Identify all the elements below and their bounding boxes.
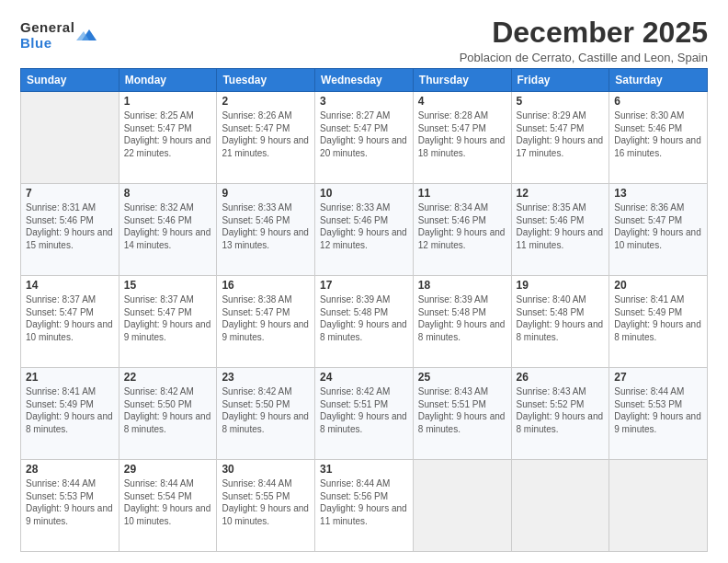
day-number: 15 <box>124 279 212 292</box>
calendar-cell: 31Sunrise: 8:44 AMSunset: 5:56 PMDayligh… <box>315 460 414 552</box>
day-number: 22 <box>124 371 212 384</box>
day-info: Sunrise: 8:41 AMSunset: 5:49 PMDaylight:… <box>26 385 114 435</box>
calendar-cell: 20Sunrise: 8:41 AMSunset: 5:49 PMDayligh… <box>609 276 708 368</box>
day-info: Sunrise: 8:39 AMSunset: 5:48 PMDaylight:… <box>418 293 506 343</box>
day-number: 14 <box>26 279 114 292</box>
logo-icon <box>76 24 97 44</box>
day-number: 23 <box>222 371 310 384</box>
logo-blue: Blue <box>20 36 74 52</box>
calendar-cell: 18Sunrise: 8:39 AMSunset: 5:48 PMDayligh… <box>413 276 511 368</box>
col-sunday: Sunday <box>21 69 119 92</box>
day-number: 13 <box>614 187 702 200</box>
calendar-week-1: 1Sunrise: 8:25 AMSunset: 5:47 PMDaylight… <box>21 92 708 184</box>
calendar-cell: 4Sunrise: 8:28 AMSunset: 5:47 PMDaylight… <box>413 92 511 184</box>
calendar-cell: 23Sunrise: 8:42 AMSunset: 5:50 PMDayligh… <box>217 368 315 460</box>
day-number: 1 <box>124 95 212 108</box>
calendar-cell: 30Sunrise: 8:44 AMSunset: 5:55 PMDayligh… <box>217 460 315 552</box>
calendar-cell: 29Sunrise: 8:44 AMSunset: 5:54 PMDayligh… <box>119 460 217 552</box>
calendar-header-row: Sunday Monday Tuesday Wednesday Thursday… <box>21 69 708 92</box>
calendar-cell: 17Sunrise: 8:39 AMSunset: 5:48 PMDayligh… <box>315 276 414 368</box>
calendar-cell: 24Sunrise: 8:42 AMSunset: 5:51 PMDayligh… <box>315 368 414 460</box>
day-number: 20 <box>614 279 702 292</box>
day-info: Sunrise: 8:41 AMSunset: 5:49 PMDaylight:… <box>614 293 702 343</box>
day-info: Sunrise: 8:26 AMSunset: 5:47 PMDaylight:… <box>222 109 310 159</box>
day-number: 31 <box>320 463 408 476</box>
calendar-cell <box>609 460 708 552</box>
calendar-cell: 13Sunrise: 8:36 AMSunset: 5:47 PMDayligh… <box>609 184 708 276</box>
calendar-cell: 16Sunrise: 8:38 AMSunset: 5:47 PMDayligh… <box>217 276 315 368</box>
day-number: 26 <box>517 371 605 384</box>
day-info: Sunrise: 8:33 AMSunset: 5:46 PMDaylight:… <box>222 201 310 251</box>
calendar-cell: 2Sunrise: 8:26 AMSunset: 5:47 PMDaylight… <box>217 92 315 184</box>
calendar-cell: 3Sunrise: 8:27 AMSunset: 5:47 PMDaylight… <box>315 92 414 184</box>
day-number: 27 <box>614 371 702 384</box>
col-thursday: Thursday <box>413 69 511 92</box>
calendar-week-3: 14Sunrise: 8:37 AMSunset: 5:47 PMDayligh… <box>21 276 708 368</box>
calendar-cell: 7Sunrise: 8:31 AMSunset: 5:46 PMDaylight… <box>21 184 119 276</box>
day-info: Sunrise: 8:30 AMSunset: 5:46 PMDaylight:… <box>614 109 702 159</box>
calendar-cell: 9Sunrise: 8:33 AMSunset: 5:46 PMDaylight… <box>217 184 315 276</box>
calendar-cell: 10Sunrise: 8:33 AMSunset: 5:46 PMDayligh… <box>315 184 414 276</box>
logo-general: General <box>20 20 74 36</box>
day-info: Sunrise: 8:28 AMSunset: 5:47 PMDaylight:… <box>418 109 506 159</box>
calendar-cell: 6Sunrise: 8:30 AMSunset: 5:46 PMDaylight… <box>609 92 708 184</box>
calendar-table: Sunday Monday Tuesday Wednesday Thursday… <box>20 68 708 552</box>
calendar-cell: 21Sunrise: 8:41 AMSunset: 5:49 PMDayligh… <box>21 368 119 460</box>
day-info: Sunrise: 8:25 AMSunset: 5:47 PMDaylight:… <box>124 109 212 159</box>
calendar-week-2: 7Sunrise: 8:31 AMSunset: 5:46 PMDaylight… <box>21 184 708 276</box>
calendar-cell: 11Sunrise: 8:34 AMSunset: 5:46 PMDayligh… <box>413 184 511 276</box>
col-wednesday: Wednesday <box>315 69 414 92</box>
col-friday: Friday <box>511 69 609 92</box>
calendar-week-4: 21Sunrise: 8:41 AMSunset: 5:49 PMDayligh… <box>21 368 708 460</box>
day-number: 29 <box>124 463 212 476</box>
col-monday: Monday <box>119 69 217 92</box>
calendar-cell <box>511 460 609 552</box>
day-number: 4 <box>418 95 506 108</box>
day-number: 3 <box>320 95 408 108</box>
day-info: Sunrise: 8:40 AMSunset: 5:48 PMDaylight:… <box>517 293 605 343</box>
day-info: Sunrise: 8:27 AMSunset: 5:47 PMDaylight:… <box>320 109 408 159</box>
day-info: Sunrise: 8:29 AMSunset: 5:47 PMDaylight:… <box>517 109 605 159</box>
day-number: 24 <box>320 371 408 384</box>
day-info: Sunrise: 8:43 AMSunset: 5:51 PMDaylight:… <box>418 385 506 435</box>
location-subtitle: Poblacion de Cerrato, Castille and Leon,… <box>460 51 708 64</box>
day-info: Sunrise: 8:43 AMSunset: 5:52 PMDaylight:… <box>517 385 605 435</box>
calendar-cell: 15Sunrise: 8:37 AMSunset: 5:47 PMDayligh… <box>119 276 217 368</box>
day-info: Sunrise: 8:36 AMSunset: 5:47 PMDaylight:… <box>614 201 702 251</box>
day-number: 12 <box>517 187 605 200</box>
day-number: 21 <box>26 371 114 384</box>
calendar-cell: 14Sunrise: 8:37 AMSunset: 5:47 PMDayligh… <box>21 276 119 368</box>
day-info: Sunrise: 8:42 AMSunset: 5:51 PMDaylight:… <box>320 385 408 435</box>
day-info: Sunrise: 8:42 AMSunset: 5:50 PMDaylight:… <box>222 385 310 435</box>
title-block: December 2025 Poblacion de Cerrato, Cast… <box>460 17 708 64</box>
day-info: Sunrise: 8:44 AMSunset: 5:55 PMDaylight:… <box>222 477 310 527</box>
day-number: 28 <box>26 463 114 476</box>
day-number: 5 <box>517 95 605 108</box>
day-number: 7 <box>26 187 114 200</box>
day-info: Sunrise: 8:44 AMSunset: 5:53 PMDaylight:… <box>614 385 702 435</box>
calendar-cell: 8Sunrise: 8:32 AMSunset: 5:46 PMDaylight… <box>119 184 217 276</box>
day-info: Sunrise: 8:38 AMSunset: 5:47 PMDaylight:… <box>222 293 310 343</box>
day-info: Sunrise: 8:32 AMSunset: 5:46 PMDaylight:… <box>124 201 212 251</box>
day-number: 2 <box>222 95 310 108</box>
header: General Blue December 2025 Poblacion de … <box>20 17 708 64</box>
calendar-cell: 25Sunrise: 8:43 AMSunset: 5:51 PMDayligh… <box>413 368 511 460</box>
day-number: 25 <box>418 371 506 384</box>
day-info: Sunrise: 8:37 AMSunset: 5:47 PMDaylight:… <box>26 293 114 343</box>
day-info: Sunrise: 8:33 AMSunset: 5:46 PMDaylight:… <box>320 201 408 251</box>
calendar-cell <box>413 460 511 552</box>
calendar-cell: 5Sunrise: 8:29 AMSunset: 5:47 PMDaylight… <box>511 92 609 184</box>
day-info: Sunrise: 8:39 AMSunset: 5:48 PMDaylight:… <box>320 293 408 343</box>
day-number: 18 <box>418 279 506 292</box>
logo: General Blue <box>20 20 97 51</box>
day-number: 6 <box>614 95 702 108</box>
day-number: 11 <box>418 187 506 200</box>
calendar-week-5: 28Sunrise: 8:44 AMSunset: 5:53 PMDayligh… <box>21 460 708 552</box>
calendar-cell: 12Sunrise: 8:35 AMSunset: 5:46 PMDayligh… <box>511 184 609 276</box>
day-number: 17 <box>320 279 408 292</box>
calendar-cell: 26Sunrise: 8:43 AMSunset: 5:52 PMDayligh… <box>511 368 609 460</box>
col-saturday: Saturday <box>609 69 708 92</box>
day-info: Sunrise: 8:37 AMSunset: 5:47 PMDaylight:… <box>124 293 212 343</box>
day-number: 8 <box>124 187 212 200</box>
month-title: December 2025 <box>460 17 708 49</box>
